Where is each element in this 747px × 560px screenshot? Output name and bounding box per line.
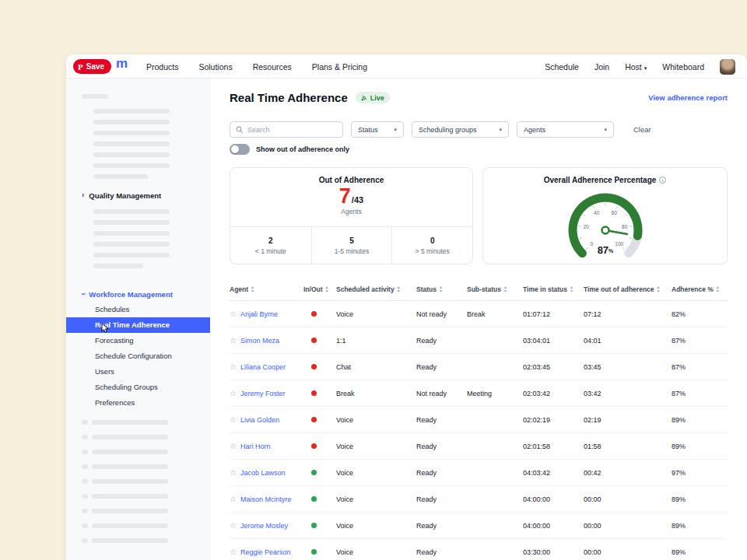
svg-text:40: 40 xyxy=(594,210,600,215)
sidebar-item-workforce-management[interactable]: › Workforce Management xyxy=(66,287,210,301)
star-icon[interactable]: ☆ xyxy=(230,336,237,345)
star-icon[interactable]: ☆ xyxy=(230,495,237,503)
status-cell: Ready xyxy=(416,337,467,345)
agent-link[interactable]: Hari Horn xyxy=(240,443,271,450)
status-dropdown[interactable]: Status ▾ xyxy=(351,121,404,138)
skeleton-bar xyxy=(92,509,168,513)
nav-products[interactable]: Products xyxy=(146,62,178,72)
scheduled-activity-cell: Voice xyxy=(336,522,416,530)
star-icon[interactable]: ☆ xyxy=(230,548,237,556)
sidebar-item-quality-management[interactable]: › Quality Management xyxy=(66,188,210,202)
skeleton-bar xyxy=(93,231,170,236)
column-time-out-of-adherence[interactable]: Time out of adherence▲▼ xyxy=(584,285,672,293)
agent-link[interactable]: Jacob Lawson xyxy=(240,469,286,477)
column-time-in-status[interactable]: Time in status▲▼ xyxy=(523,285,584,293)
sidebar-item-forecasting[interactable]: Forecasting xyxy=(66,333,210,348)
agent-cell: ☆ Jeremy Foster xyxy=(230,389,303,397)
scheduling-groups-dropdown[interactable]: Scheduling groups ▾ xyxy=(412,121,509,138)
pinterest-save-button[interactable]: P Save xyxy=(73,59,111,74)
nav-join[interactable]: Join xyxy=(594,62,609,72)
table-row[interactable]: ☆ Livia Golden Voice Ready 02:02:19 02:1… xyxy=(230,407,728,433)
svg-text:20: 20 xyxy=(583,224,589,229)
sidebar-item-users[interactable]: Users xyxy=(66,364,210,380)
sub-status-cell: Meeting xyxy=(467,390,523,397)
time-in-status-cell: 04:03:42 xyxy=(523,469,584,477)
star-icon[interactable]: ☆ xyxy=(230,468,237,477)
agent-link[interactable]: Liliana Cooper xyxy=(240,363,286,371)
clear-filters-button[interactable]: Clear xyxy=(633,125,651,134)
in-out-cell xyxy=(303,390,336,396)
table-row[interactable]: ☆ Hari Horn Voice Ready 02:01:58 01:58 8… xyxy=(230,433,728,460)
nav-schedule[interactable]: Schedule xyxy=(545,62,579,72)
star-icon[interactable]: ☆ xyxy=(230,389,237,397)
sidebar-item-preferences[interactable]: Preferences xyxy=(66,395,210,411)
column-sub-status[interactable]: Sub-status▲▼ xyxy=(467,285,523,293)
sidebar-item-scheduling-groups[interactable]: Scheduling Groups xyxy=(66,380,210,395)
adherence-cell: 87% xyxy=(672,337,728,345)
main-content: Real Time Adherence Live View adherence … xyxy=(210,79,747,560)
chevron-down-icon: ▾ xyxy=(499,127,502,133)
sort-icon: ▲▼ xyxy=(325,285,329,292)
out-of-adherence-toggle[interactable] xyxy=(230,144,250,155)
agent-link[interactable]: Jerome Mosley xyxy=(240,522,288,530)
agent-link[interactable]: Simon Meza xyxy=(240,337,279,345)
user-avatar[interactable] xyxy=(720,59,735,75)
agent-link[interactable]: Livia Golden xyxy=(240,416,279,424)
table-row[interactable]: ☆ Maison Mcintyre Voice Ready 04:00:00 0… xyxy=(230,486,728,513)
page-title: Real Time Adherence xyxy=(230,91,348,104)
table-row[interactable]: ☆ Simon Meza 1:1 Ready 03:04:01 04:01 87… xyxy=(230,327,728,354)
nav-plans-pricing[interactable]: Plans & Pricing xyxy=(312,62,367,72)
agents-dropdown[interactable]: Agents ▾ xyxy=(517,121,614,138)
table-row[interactable]: ☆ Reggie Pearson Voice Ready 03:30:00 00… xyxy=(230,539,728,560)
skeleton-bar xyxy=(92,450,168,454)
status-cell: Ready xyxy=(416,495,467,503)
agent-link[interactable]: Maison Mcintyre xyxy=(240,495,292,503)
time-out-of-adherence-cell: 04:01 xyxy=(584,337,672,345)
nav-resources[interactable]: Resources xyxy=(253,62,292,72)
column-scheduled-activity[interactable]: Scheduled activity▲▼ xyxy=(336,285,416,293)
table-row[interactable]: ☆ Jacob Lawson Voice Ready 04:03:42 00:4… xyxy=(230,460,728,486)
nav-solutions[interactable]: Solutions xyxy=(198,62,232,72)
svg-text:60: 60 xyxy=(611,210,617,215)
table-row[interactable]: ☆ Anjali Byrne Voice Not ready Break 01:… xyxy=(230,301,728,327)
column-adherence-pct[interactable]: Adherence %▲▼ xyxy=(672,285,728,293)
agent-link[interactable]: Jeremy Foster xyxy=(240,390,286,397)
skeleton-bar xyxy=(93,220,170,225)
column-status[interactable]: Status▲▼ xyxy=(416,285,467,293)
sidebar-item-real-time-adherence[interactable]: Real Time Adherence xyxy=(66,317,210,333)
bucket-over-5-minutes: 0 > 5 minutes xyxy=(391,227,472,264)
star-icon[interactable]: ☆ xyxy=(230,362,237,371)
status-cell: Ready xyxy=(416,363,467,371)
agent-link[interactable]: Anjali Byrne xyxy=(240,310,278,318)
nav-host[interactable]: Host▾ xyxy=(625,62,647,72)
search-input[interactable] xyxy=(247,126,333,134)
skeleton-bar xyxy=(93,109,170,114)
view-adherence-report-link[interactable]: View adherence report xyxy=(648,93,728,102)
skeleton-bar xyxy=(93,131,170,135)
info-icon[interactable]: i xyxy=(659,177,666,184)
adherence-gauge: 020406080100 87% xyxy=(543,184,668,264)
skeleton-bar xyxy=(92,494,168,499)
column-in-out[interactable]: In/Out▲▼ xyxy=(303,285,336,293)
adherence-cell: 89% xyxy=(672,548,728,556)
agent-cell: ☆ Reggie Pearson xyxy=(230,548,303,556)
star-icon[interactable]: ☆ xyxy=(230,521,237,530)
chevron-down-icon: › xyxy=(79,292,87,295)
table-row[interactable]: ☆ Jeremy Foster Break Not ready Meeting … xyxy=(230,380,728,407)
inout-status-dot xyxy=(311,470,317,475)
miro-logo[interactable]: m xyxy=(116,56,128,72)
table-row[interactable]: ☆ Liliana Cooper Chat Ready 02:03:45 03:… xyxy=(230,354,728,380)
agent-link[interactable]: Reggie Pearson xyxy=(240,548,291,556)
column-agent[interactable]: Agent▲▼ xyxy=(230,285,303,293)
table-row[interactable]: ☆ Jerome Mosley Voice Ready 04:00:00 00:… xyxy=(230,513,728,539)
sidebar-item-schedule-configuration[interactable]: Schedule Configuration xyxy=(66,348,210,364)
star-icon[interactable]: ☆ xyxy=(230,442,237,450)
live-badge: Live xyxy=(356,92,390,103)
star-icon[interactable]: ☆ xyxy=(230,310,237,318)
cursor-icon xyxy=(101,323,110,334)
inout-status-dot xyxy=(311,549,317,555)
star-icon[interactable]: ☆ xyxy=(230,415,237,424)
sidebar-item-schedules[interactable]: Schedules xyxy=(66,302,210,317)
nav-whiteboard[interactable]: Whiteboard xyxy=(662,62,704,72)
sort-icon: ▲▼ xyxy=(251,285,254,292)
